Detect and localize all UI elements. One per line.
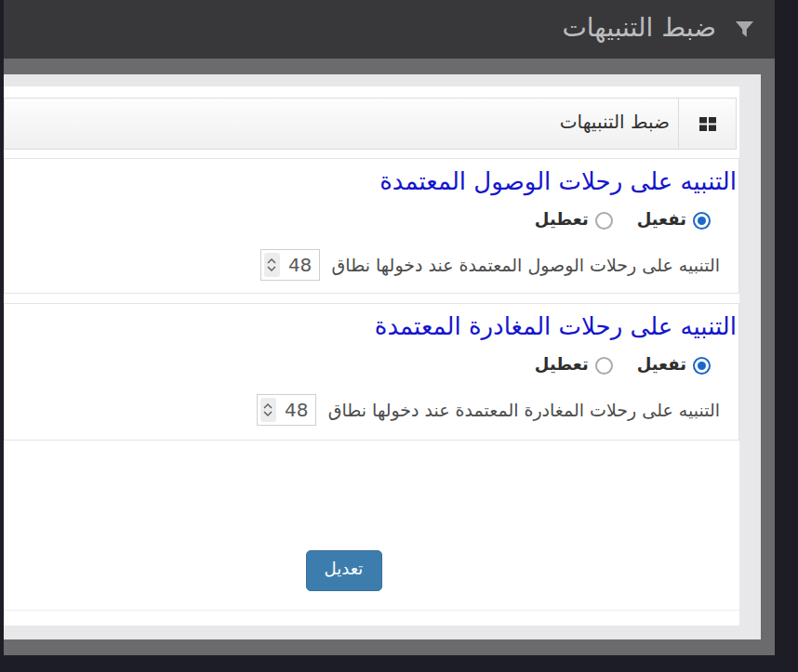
arrival-enable-option[interactable]: تفعيل <box>637 211 711 231</box>
departure-range-label: التنبيه على رحلات المغادرة المعتمدة عند … <box>328 400 720 421</box>
spinner-up-icon[interactable] <box>267 258 276 264</box>
disable-label: تعطيل <box>535 356 589 376</box>
arrival-disable-option[interactable]: تعطيل <box>535 211 613 231</box>
departure-range-input-box <box>257 394 316 426</box>
panel-title: ضبط التنبيهات <box>5 99 678 149</box>
modal-content: ضبط التنبيهات التنبيه على رحلات الوصول ا… <box>4 86 739 626</box>
radio-checked-icon[interactable] <box>693 357 711 375</box>
spinner-buttons[interactable] <box>260 398 276 422</box>
departure-disable-option[interactable]: تعطيل <box>535 356 613 376</box>
app-window: ضبط التنبيهات ضبط التنبيهات التنبيه على … <box>4 0 775 655</box>
departure-range-row: التنبيه على رحلات المغادرة المعتمدة عند … <box>5 394 737 426</box>
enable-label: تفعيل <box>637 356 686 376</box>
edit-button[interactable]: تعديل <box>306 550 382 591</box>
arrival-range-input[interactable] <box>282 254 319 276</box>
departure-range-input[interactable] <box>278 399 315 421</box>
spinner-up-icon[interactable] <box>263 403 273 409</box>
arrival-range-row: التنبيه على رحلات الوصول المعتمدة عند دخ… <box>5 249 737 281</box>
radio-checked-icon[interactable] <box>693 212 711 230</box>
spinner-buttons[interactable] <box>264 253 280 277</box>
grid-icon <box>699 117 716 131</box>
arrival-radio-group: تفعيل تعطيل <box>5 211 737 231</box>
alerts-settings-modal: ضبط التنبيهات التنبيه على رحلات الوصول ا… <box>4 74 761 639</box>
spinner-down-icon[interactable] <box>267 266 276 271</box>
panel-header: ضبط التنبيهات <box>4 98 737 150</box>
arrival-alert-section: التنبيه على رحلات الوصول المعتمدة تفعيل … <box>4 158 739 294</box>
top-navbar: ضبط التنبيهات <box>4 0 775 59</box>
spinner-down-icon[interactable] <box>263 411 273 416</box>
departure-section-heading: التنبيه على رحلات المغادرة المعتمدة <box>5 310 737 343</box>
arrival-range-input-box <box>260 249 320 281</box>
arrival-section-heading: التنبيه على رحلات الوصول المعتمدة <box>5 165 737 198</box>
page-title: ضبط التنبيهات <box>562 15 716 45</box>
departure-enable-option[interactable]: تفعيل <box>637 356 711 376</box>
grid-icon-button[interactable] <box>678 99 736 149</box>
radio-unchecked-icon[interactable] <box>595 357 613 375</box>
departure-radio-group: تفعيل تعطيل <box>5 356 737 376</box>
submit-row: تعديل <box>4 550 739 591</box>
filter-funnel-icon[interactable] <box>734 19 755 40</box>
footer-divider <box>4 610 739 611</box>
arrival-range-label: التنبيه على رحلات الوصول المعتمدة عند دخ… <box>332 255 720 276</box>
departure-alert-section: التنبيه على رحلات المغادرة المعتمدة تفعي… <box>4 303 739 441</box>
disable-label: تعطيل <box>535 211 589 231</box>
enable-label: تفعيل <box>637 211 686 231</box>
radio-unchecked-icon[interactable] <box>595 212 613 230</box>
